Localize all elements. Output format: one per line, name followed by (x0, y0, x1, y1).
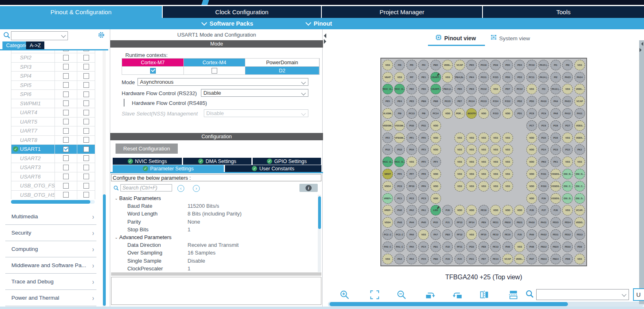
pin-vref+[interactable]: VREF+ (382, 193, 393, 204)
expand-arrow-icon[interactable] (640, 48, 644, 52)
parameter-value[interactable]: None (188, 219, 200, 225)
pin-pi0[interactable]: PI0 (562, 60, 573, 70)
pin-vss[interactable]: VSS (454, 157, 465, 167)
pin-dsi-d-[interactable]: DSI_D.. (574, 169, 585, 179)
pin-pj6[interactable]: PJ6 (550, 205, 561, 215)
pin-vdd[interactable]: VDD (430, 133, 441, 143)
pin-pe12[interactable]: PE12 (490, 229, 501, 240)
context-checkbox-m4[interactable] (83, 73, 89, 79)
parameter-row-over-sampling[interactable]: Over Sampling16 Samples (111, 249, 317, 257)
pin-pg8[interactable]: PG8 (550, 120, 561, 131)
pin-pg5[interactable]: PG5 (538, 133, 549, 143)
pin-pf14[interactable]: PF14 (466, 217, 477, 228)
pin-pi11[interactable]: PI11 (418, 120, 429, 131)
pin-vddsm-[interactable]: VDDSM.. (382, 120, 393, 131)
parameter-vertical-scrollbar[interactable] (318, 195, 321, 272)
collapse-arrow-icon[interactable] (639, 42, 643, 46)
runtime-context-checkbox-cortex-m4[interactable] (212, 68, 217, 74)
pin-vcap[interactable]: VCAP (574, 96, 585, 107)
pin-pb2[interactable]: PB2 (442, 229, 453, 240)
peripheral-row-spi5[interactable]: SPI5 (11, 81, 95, 90)
pin-pc11[interactable]: PC11 (526, 72, 537, 83)
pin-pa8[interactable]: PA8 (550, 108, 561, 119)
pin-pa1[interactable]: PA1 (418, 205, 429, 215)
context-checkbox-m7[interactable] (63, 137, 69, 143)
zoom-out-icon[interactable] (396, 289, 407, 300)
pin-vss[interactable]: VSS (478, 169, 489, 179)
pin-pd0[interactable]: PD0 (526, 96, 537, 107)
pin-pb1[interactable]: PB1 (430, 242, 441, 252)
pin-pd5[interactable]: PD5 (502, 60, 513, 70)
pin-vss[interactable]: VSS (490, 133, 501, 143)
context-checkbox-m7[interactable] (63, 100, 69, 106)
parameter-row-single-sample[interactable]: Single SampleDisable (111, 257, 317, 265)
pin-vss[interactable]: VSS (502, 169, 513, 179)
pin-vss[interactable]: VSS (562, 133, 573, 143)
pin-pe15[interactable]: PE15 (502, 229, 513, 240)
pin-pi7[interactable]: PI7 (406, 72, 417, 83)
pin-pg2[interactable]: PG2 (562, 144, 573, 155)
pin-vss[interactable]: VSS (466, 144, 477, 155)
pin-vssds-[interactable]: VSSDS.. (550, 193, 561, 204)
pin-pi14[interactable]: PI14 (406, 144, 417, 155)
pin-pf7[interactable]: PF7 (406, 169, 417, 179)
parameter-row-word-length[interactable]: Word Length8 Bits (including Parity) (111, 210, 317, 218)
pin-vdd5-[interactable]: VDD5.. (574, 133, 585, 143)
pin-vss[interactable]: VSS (382, 254, 393, 264)
pin-pb0[interactable]: PB0 (430, 254, 441, 264)
pin-pc4[interactable]: PC4 (418, 242, 429, 252)
parameter-value[interactable]: Receive and Transmit (188, 242, 239, 248)
context-checkbox-m4[interactable] (83, 165, 89, 170)
pin-vdd[interactable]: VDD (430, 181, 441, 191)
pin-dsi-c-[interactable]: DSI_C.. (562, 181, 573, 191)
pin-pa3[interactable]: PA3 (394, 254, 405, 264)
pin-vdd[interactable]: VDD (502, 205, 513, 215)
peripheral-row-uart8[interactable]: UART8 (11, 136, 95, 145)
pin-vssds-[interactable]: VSSDS.. (550, 169, 561, 179)
pin-vdd[interactable]: VDD (526, 157, 537, 167)
main-tab-pinout-configuration[interactable]: Pinout & Configuration (0, 6, 162, 18)
pin-pa14-[interactable]: PA14 (.. (538, 72, 549, 83)
pin-rcc-o-[interactable]: RCC_O.. (382, 157, 393, 167)
pin-pj12[interactable]: PJ12 (502, 96, 513, 107)
parameter-value[interactable]: 8 Bits (including Parity) (188, 211, 242, 217)
sidebar-category-power-and-thermal[interactable]: Power and Thermal› (5, 290, 96, 306)
pin-pj9[interactable]: PJ9 (538, 193, 549, 204)
pin-pi10[interactable]: PI10 (406, 120, 417, 131)
pin-pg4[interactable]: PG4 (538, 144, 549, 155)
sidebar-category-middleware-and-software-pa-[interactable]: Middleware and Software Pa...› (5, 257, 96, 274)
pin-vss[interactable]: VSS (574, 254, 585, 264)
pin-vddl-[interactable]: VDDL.. (574, 84, 585, 94)
context-checkbox-m7[interactable] (63, 64, 69, 70)
pin-pg6[interactable]: PG6 (550, 133, 561, 143)
pin-ph5[interactable]: PH5 (418, 217, 429, 228)
pin-pd6[interactable]: PD6 (502, 72, 513, 83)
context-checkbox-m7[interactable] (63, 50, 69, 51)
pin-pg13[interactable]: PG13 (478, 96, 489, 107)
peripheral-row-spi6[interactable]: SPI6 (11, 90, 95, 99)
pin-pc6[interactable]: PC6 (538, 120, 549, 131)
pin-ph9[interactable]: PH9 (526, 229, 537, 240)
rs485-checkbox[interactable] (124, 99, 124, 107)
pin-pf9[interactable]: PF9 (418, 181, 429, 191)
peripheral-row-uart5[interactable]: UART5 (11, 118, 95, 127)
gear-icon[interactable] (98, 31, 105, 40)
runtime-context-checkbox-cortex-m7[interactable] (150, 68, 156, 74)
pin-pa0-c[interactable]: PA0_C (382, 242, 393, 252)
pin-pg14[interactable]: PG14 (466, 96, 477, 107)
pin-pa1-c[interactable]: PA1_C (394, 242, 405, 252)
pin-pa15-[interactable]: PA15 (.. (538, 60, 549, 70)
context-checkbox-m7[interactable] (63, 192, 69, 198)
pin-pc8[interactable]: PC8 (526, 108, 537, 119)
pin-pc0[interactable]: PC0 (394, 181, 405, 191)
zoom-in-icon[interactable] (339, 289, 350, 300)
pin-vcap[interactable]: VCAP (454, 60, 465, 70)
pin-pc5[interactable]: PC5 (418, 254, 429, 264)
pin-pb11[interactable]: PB11 (514, 217, 525, 228)
rs232-select[interactable]: Disable (201, 89, 308, 97)
peripheral-row-usart1[interactable]: ✓USART1 (11, 145, 95, 154)
pin-ph6[interactable]: PH6 (502, 242, 513, 252)
pin-vdd[interactable]: VDD (526, 144, 537, 155)
pin-pe2[interactable]: PE2 (406, 84, 417, 94)
pin-pc1[interactable]: PC1 (394, 193, 405, 204)
